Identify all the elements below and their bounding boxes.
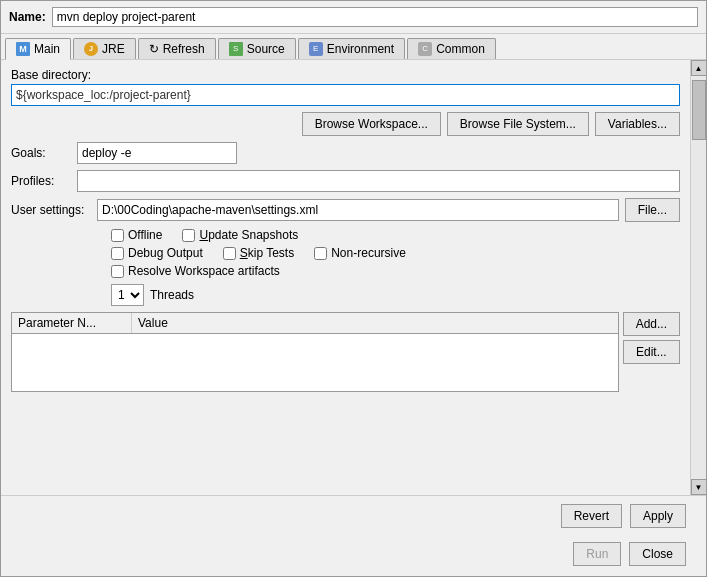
checkbox-row-3: Resolve Workspace artifacts: [111, 264, 680, 278]
variables-button[interactable]: Variables...: [595, 112, 680, 136]
goals-input[interactable]: [77, 142, 237, 164]
table-section: Parameter N... Value Add... Edit...: [11, 312, 680, 392]
checkbox-row-1: Offline Update Snapshots: [111, 228, 680, 242]
name-row: Name:: [1, 1, 706, 34]
refresh-icon: ↻: [149, 42, 159, 56]
offline-checkbox-item[interactable]: Offline: [111, 228, 162, 242]
offline-checkbox[interactable]: [111, 229, 124, 242]
resolve-workspace-checkbox[interactable]: [111, 265, 124, 278]
col-value: Value: [132, 313, 618, 333]
base-directory-section: Base directory:: [11, 68, 680, 106]
user-settings-label: User settings:: [11, 203, 91, 217]
revert-button[interactable]: Revert: [561, 504, 622, 528]
goals-label: Goals:: [11, 146, 71, 160]
threads-row: 1 2 4 Threads: [11, 284, 680, 306]
non-recursive-label: Non-recursive: [331, 246, 406, 260]
close-button[interactable]: Close: [629, 542, 686, 566]
scroll-thumb[interactable]: [692, 80, 706, 140]
skip-tests-checkbox[interactable]: [223, 247, 236, 260]
tab-refresh-label: Refresh: [163, 42, 205, 56]
tab-jre[interactable]: J JRE: [73, 38, 136, 59]
table-body: [12, 334, 618, 391]
checkbox-row-2: Debug Output Skip Tests Non-recursive: [111, 246, 680, 260]
col-parameter-name: Parameter N...: [12, 313, 132, 333]
add-button[interactable]: Add...: [623, 312, 680, 336]
tab-refresh[interactable]: ↻ Refresh: [138, 38, 216, 59]
common-icon: C: [418, 42, 432, 56]
jre-icon: J: [84, 42, 98, 56]
debug-output-checkbox[interactable]: [111, 247, 124, 260]
source-icon: S: [229, 42, 243, 56]
debug-output-checkbox-item[interactable]: Debug Output: [111, 246, 203, 260]
goals-row: Goals:: [11, 142, 680, 164]
edit-button[interactable]: Edit...: [623, 340, 680, 364]
tabs-row: M Main J JRE ↻ Refresh S Source E Enviro…: [1, 34, 706, 60]
user-settings-input[interactable]: [97, 199, 619, 221]
parameters-table: Parameter N... Value: [11, 312, 619, 392]
tab-jre-label: JRE: [102, 42, 125, 56]
tab-main[interactable]: M Main: [5, 38, 71, 60]
tab-common-label: Common: [436, 42, 485, 56]
skip-tests-label: Skip Tests: [240, 246, 294, 260]
browse-filesystem-button[interactable]: Browse File System...: [447, 112, 589, 136]
tab-source-label: Source: [247, 42, 285, 56]
debug-output-label: Debug Output: [128, 246, 203, 260]
scroll-track[interactable]: [691, 76, 706, 479]
file-button[interactable]: File...: [625, 198, 680, 222]
table-buttons: Add... Edit...: [623, 312, 680, 392]
skip-tests-checkbox-item[interactable]: Skip Tests: [223, 246, 294, 260]
threads-select[interactable]: 1 2 4: [111, 284, 144, 306]
update-snapshots-label: Update Snapshots: [199, 228, 298, 242]
profiles-row: Profiles:: [11, 170, 680, 192]
content-area: Base directory: Browse Workspace... Brow…: [1, 60, 706, 495]
name-label: Name:: [9, 10, 46, 24]
tab-main-label: Main: [34, 42, 60, 56]
tab-environment[interactable]: E Environment: [298, 38, 405, 59]
tab-common[interactable]: C Common: [407, 38, 496, 59]
non-recursive-checkbox[interactable]: [314, 247, 327, 260]
run-button[interactable]: Run: [573, 542, 621, 566]
profiles-input[interactable]: [77, 170, 680, 192]
checkboxes-area: Offline Update Snapshots Debug Output Sk…: [11, 228, 680, 278]
base-directory-label: Base directory:: [11, 68, 680, 82]
name-input[interactable]: [52, 7, 698, 27]
resolve-workspace-checkbox-item[interactable]: Resolve Workspace artifacts: [111, 264, 280, 278]
non-recursive-checkbox-item[interactable]: Non-recursive: [314, 246, 406, 260]
apply-button[interactable]: Apply: [630, 504, 686, 528]
scroll-down-button[interactable]: ▼: [691, 479, 707, 495]
update-snapshots-checkbox[interactable]: [182, 229, 195, 242]
threads-label: Threads: [150, 288, 194, 302]
user-settings-row: User settings: File...: [11, 198, 680, 222]
main-icon: M: [16, 42, 30, 56]
footer-buttons: Run Close: [1, 536, 706, 576]
dialog: Name: M Main J JRE ↻ Refresh S Source E …: [0, 0, 707, 577]
tab-environment-label: Environment: [327, 42, 394, 56]
offline-label: Offline: [128, 228, 162, 242]
update-snapshots-checkbox-item[interactable]: Update Snapshots: [182, 228, 298, 242]
base-directory-input[interactable]: [11, 84, 680, 106]
browse-row: Browse Workspace... Browse File System..…: [11, 112, 680, 136]
browse-workspace-button[interactable]: Browse Workspace...: [302, 112, 441, 136]
table-header: Parameter N... Value: [12, 313, 618, 334]
profiles-label: Profiles:: [11, 174, 71, 188]
main-panel: Base directory: Browse Workspace... Brow…: [1, 60, 690, 495]
scroll-up-button[interactable]: ▲: [691, 60, 707, 76]
resolve-workspace-label: Resolve Workspace artifacts: [128, 264, 280, 278]
bottom-buttons: Revert Apply: [1, 495, 706, 536]
tab-source[interactable]: S Source: [218, 38, 296, 59]
scrollbar[interactable]: ▲ ▼: [690, 60, 706, 495]
env-icon: E: [309, 42, 323, 56]
